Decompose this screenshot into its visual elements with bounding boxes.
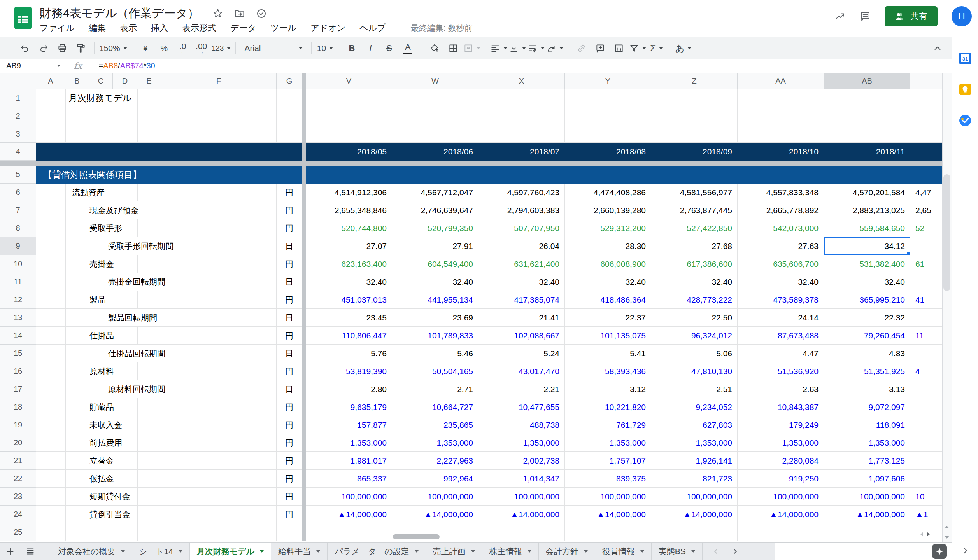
cell-Y19[interactable]: 761,729 — [565, 416, 651, 434]
undo-button[interactable] — [16, 40, 33, 56]
cell-Z2[interactable] — [651, 107, 738, 125]
format-percent-button[interactable]: % — [156, 40, 173, 56]
cell-Z7[interactable]: 2,763,877,445 — [651, 201, 738, 219]
row-label-zone-7[interactable]: 現金及び預金 — [36, 201, 277, 219]
cell-Y22[interactable]: 839,375 — [565, 470, 651, 488]
cell-AB9[interactable]: 34.12 — [824, 237, 910, 255]
formula-input[interactable]: =AB8/AB$74*30 — [99, 61, 155, 70]
cell-V21[interactable]: 1,981,017 — [306, 452, 392, 470]
row-header-10[interactable]: 10 — [0, 255, 36, 273]
row-header-14[interactable]: 14 — [0, 327, 36, 345]
cell-AA12[interactable]: 473,589,378 — [738, 291, 824, 309]
cell-AA18[interactable]: 10,843,387 — [738, 398, 824, 416]
row-label-zone-11[interactable]: 売掛金回転期間 — [36, 273, 277, 291]
cell-V17[interactable]: 2.80 — [306, 380, 392, 398]
cell-AB7[interactable]: 2,883,213,025 — [824, 201, 910, 219]
cell-AA6[interactable]: 4,557,833,348 — [738, 184, 824, 201]
unit-cell-7[interactable]: 円 — [277, 201, 302, 219]
cell-X2[interactable] — [478, 107, 565, 125]
column-header-partial[interactable] — [910, 73, 942, 89]
name-box[interactable]: AB9 — [0, 59, 65, 73]
row-header-25[interactable]: 25 — [0, 523, 36, 541]
cell-W13[interactable]: 23.69 — [392, 309, 478, 327]
cell-Y7[interactable]: 2,660,139,280 — [565, 201, 651, 219]
menu-7[interactable]: ツール — [270, 22, 296, 34]
cell-W9[interactable]: 27.91 — [392, 237, 478, 255]
cell-Z14[interactable]: 96,324,012 — [651, 327, 738, 345]
row-header-7[interactable]: 7 — [0, 201, 36, 219]
row-header-2[interactable]: 2 — [0, 107, 36, 125]
sheet-tab-9[interactable]: 役員情報 — [595, 543, 652, 560]
tab-scroll-left-button[interactable] — [712, 547, 720, 556]
cell-next-1[interactable] — [910, 89, 942, 107]
unit-cell-9[interactable]: 日 — [277, 237, 302, 255]
cell-Z18[interactable]: 9,234,052 — [651, 398, 738, 416]
row-header-12[interactable]: 12 — [0, 291, 36, 309]
strikethrough-button[interactable]: S — [380, 40, 398, 56]
cell-Z25[interactable] — [651, 523, 738, 541]
cell-W22[interactable]: 992,964 — [392, 470, 478, 488]
cell-X23[interactable]: 100,000,000 — [478, 488, 565, 506]
cell-W20[interactable]: 1,353,000 — [392, 434, 478, 452]
cell-next-2[interactable] — [910, 107, 942, 125]
unit-cell-20[interactable]: 円 — [277, 434, 302, 452]
row-header-15[interactable]: 15 — [0, 345, 36, 362]
cell-W19[interactable]: 235,865 — [392, 416, 478, 434]
cell-AA17[interactable]: 2.63 — [738, 380, 824, 398]
cell-Z11[interactable]: 32.40 — [651, 273, 738, 291]
cell-Z6[interactable]: 4,581,556,977 — [651, 184, 738, 201]
cell-Z13[interactable]: 22.50 — [651, 309, 738, 327]
row-label-zone-8[interactable]: 受取手形 — [36, 219, 277, 237]
sheet-tab-5[interactable]: パラメーターの設定 — [328, 543, 426, 560]
cell-Y20[interactable]: 1,353,000 — [565, 434, 651, 452]
cell-next-22[interactable] — [910, 470, 942, 488]
cell-AA3[interactable] — [738, 125, 824, 143]
cell-next-21[interactable] — [910, 452, 942, 470]
column-header-C[interactable]: C — [89, 73, 113, 89]
cell-AB15[interactable]: 4.83 — [824, 345, 910, 362]
cell-AA10[interactable]: 635,606,700 — [738, 255, 824, 273]
cell-AB10[interactable]: 531,382,400 — [824, 255, 910, 273]
cell-AA19[interactable]: 179,249 — [738, 416, 824, 434]
cell-AA7[interactable]: 2,665,778,892 — [738, 201, 824, 219]
section-cell-V[interactable] — [306, 166, 392, 184]
column-header-AB[interactable]: AB — [824, 73, 910, 89]
cell-next-23[interactable]: 10 — [910, 488, 942, 506]
cell-Z1[interactable] — [651, 89, 738, 107]
decrease-decimal-button[interactable]: .0← — [174, 40, 191, 56]
row-header-1[interactable]: 1 — [0, 89, 36, 107]
section-cell-W[interactable] — [392, 166, 478, 184]
cell-Y25[interactable] — [565, 523, 651, 541]
fill-handle[interactable] — [907, 252, 911, 256]
cell-Y3[interactable] — [565, 125, 651, 143]
cell-W10[interactable]: 604,549,400 — [392, 255, 478, 273]
cell-AB8[interactable]: 559,584,650 — [824, 219, 910, 237]
row-header-23[interactable]: 23 — [0, 488, 36, 506]
cell-AB23[interactable]: 100,000,000 — [824, 488, 910, 506]
cell-AA21[interactable]: 2,280,084 — [738, 452, 824, 470]
unit-cell-17[interactable]: 日 — [277, 380, 302, 398]
row-label-zone-25[interactable] — [36, 523, 277, 541]
unit-cell-22[interactable]: 円 — [277, 470, 302, 488]
row-header-18[interactable]: 18 — [0, 398, 36, 416]
vertical-align-button[interactable] — [509, 40, 526, 56]
cell-X7[interactable]: 2,794,603,383 — [478, 201, 565, 219]
date-cell-W[interactable]: 2018/06 — [392, 143, 478, 161]
cell-W24[interactable]: ▲14,000,000 — [392, 506, 478, 523]
row-label-zone-23[interactable]: 短期貸付金 — [36, 488, 277, 506]
redo-button[interactable] — [35, 40, 52, 56]
sheet-tab-10[interactable]: 実態BS — [652, 543, 703, 560]
unit-cell-11[interactable]: 日 — [277, 273, 302, 291]
menu-3[interactable]: 表示 — [120, 22, 137, 34]
vertical-scrollbar-thumb[interactable] — [943, 174, 950, 291]
cell-X8[interactable]: 507,707,950 — [478, 219, 565, 237]
cell-X25[interactable] — [478, 523, 565, 541]
scroll-up-button[interactable] — [942, 522, 952, 532]
row-label-zone-17[interactable]: 原材料回転期間 — [36, 380, 277, 398]
row-header-20[interactable]: 20 — [0, 434, 36, 452]
section-cell-AA[interactable] — [738, 166, 824, 184]
explore-button[interactable] — [932, 544, 947, 559]
cell-next-19[interactable] — [910, 416, 942, 434]
insights-icon[interactable] — [835, 11, 846, 22]
row-label-zone-21[interactable]: 立替金 — [36, 452, 277, 470]
